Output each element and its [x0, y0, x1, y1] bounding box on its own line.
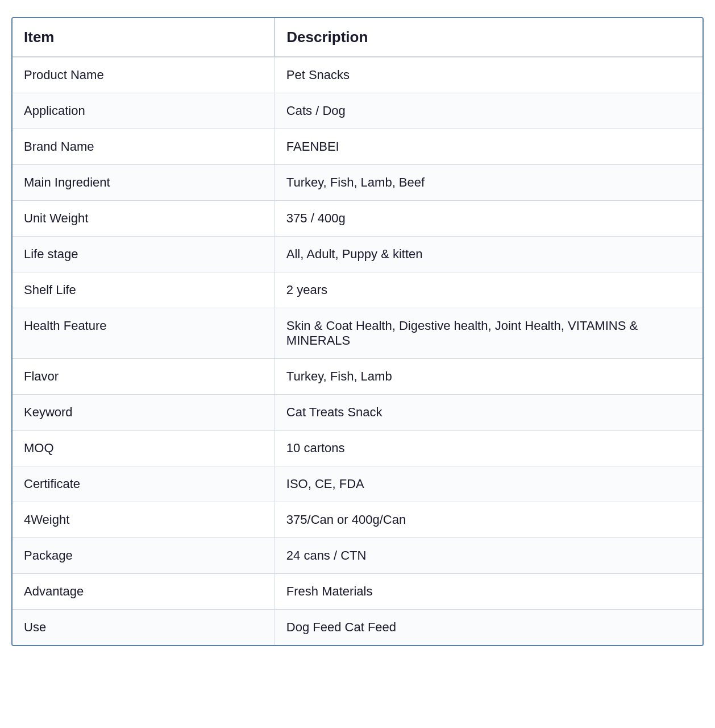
table-row: AdvantageFresh Materials	[13, 574, 702, 610]
product-info-table: Item Description Product NamePet SnacksA…	[11, 17, 704, 646]
table-cell-item: Advantage	[13, 574, 275, 610]
table-cell-description: FAENBEI	[275, 129, 702, 165]
table-cell-description: Cat Treats Snack	[275, 395, 702, 431]
table-cell-item: Product Name	[13, 57, 275, 93]
table-cell-item: Main Ingredient	[13, 165, 275, 201]
table-cell-item: Shelf Life	[13, 272, 275, 308]
table-row: MOQ10 cartons	[13, 431, 702, 466]
table-cell-item: Health Feature	[13, 308, 275, 359]
table-cell-item: Package	[13, 538, 275, 574]
table-cell-description: ISO, CE, FDA	[275, 466, 702, 502]
table-row: Brand NameFAENBEI	[13, 129, 702, 165]
column-header-description: Description	[275, 18, 702, 57]
table-cell-description: Skin & Coat Health, Digestive health, Jo…	[275, 308, 702, 359]
table-cell-description: 2 years	[275, 272, 702, 308]
table-cell-description: 24 cans / CTN	[275, 538, 702, 574]
table-cell-description: Turkey, Fish, Lamb, Beef	[275, 165, 702, 201]
table-row: FlavorTurkey, Fish, Lamb	[13, 359, 702, 395]
table-cell-description: Cats / Dog	[275, 93, 702, 129]
table-cell-item: Brand Name	[13, 129, 275, 165]
table-row: Life stageAll, Adult, Puppy & kitten	[13, 237, 702, 272]
table-cell-item: Application	[13, 93, 275, 129]
table-row: KeywordCat Treats Snack	[13, 395, 702, 431]
table-row: Shelf Life2 years	[13, 272, 702, 308]
table-cell-description: Fresh Materials	[275, 574, 702, 610]
table-cell-description: All, Adult, Puppy & kitten	[275, 237, 702, 272]
table-row: 4Weight375/Can or 400g/Can	[13, 502, 702, 538]
table-cell-item: Certificate	[13, 466, 275, 502]
table-row: Unit Weight375 / 400g	[13, 201, 702, 237]
table-cell-description: 375 / 400g	[275, 201, 702, 237]
table-cell-description: Pet Snacks	[275, 57, 702, 93]
table-row: Main IngredientTurkey, Fish, Lamb, Beef	[13, 165, 702, 201]
table-cell-item: Unit Weight	[13, 201, 275, 237]
table-row: Product NamePet Snacks	[13, 57, 702, 93]
table-cell-description: Dog Feed Cat Feed	[275, 610, 702, 646]
table-cell-item: MOQ	[13, 431, 275, 466]
column-header-item: Item	[13, 18, 275, 57]
table-cell-item: Life stage	[13, 237, 275, 272]
table-cell-item: Use	[13, 610, 275, 646]
table-row: UseDog Feed Cat Feed	[13, 610, 702, 646]
table-cell-item: Flavor	[13, 359, 275, 395]
table-row: Package24 cans / CTN	[13, 538, 702, 574]
table-cell-description: 375/Can or 400g/Can	[275, 502, 702, 538]
table-row: Health FeatureSkin & Coat Health, Digest…	[13, 308, 702, 359]
table-cell-item: 4Weight	[13, 502, 275, 538]
table-cell-description: Turkey, Fish, Lamb	[275, 359, 702, 395]
table-row: CertificateISO, CE, FDA	[13, 466, 702, 502]
table-row: ApplicationCats / Dog	[13, 93, 702, 129]
table-cell-item: Keyword	[13, 395, 275, 431]
table-cell-description: 10 cartons	[275, 431, 702, 466]
